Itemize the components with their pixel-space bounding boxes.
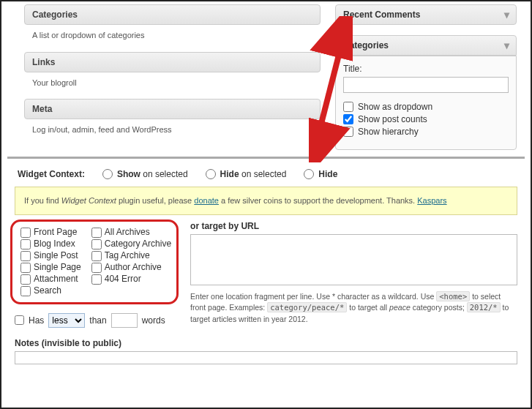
widget-title: Categories <box>343 40 389 50</box>
target-checkbox[interactable] <box>20 251 31 261</box>
available-widget-meta[interactable]: Meta Log in/out, admin, feed and WordPre… <box>6 99 321 136</box>
notes-label: Notes (invisible to public) <box>15 338 517 348</box>
mode-radio[interactable] <box>304 169 314 179</box>
target-checkbox[interactable] <box>91 228 102 238</box>
label: words <box>142 315 165 326</box>
widget-context-heading: Widget Context: <box>18 169 85 179</box>
target-blog-index[interactable]: Blog Index <box>20 239 81 249</box>
donate-link[interactable]: donate <box>194 196 219 205</box>
target-checkbox[interactable] <box>91 263 102 273</box>
target-attachment[interactable]: Attachment <box>20 274 81 285</box>
mode-show-on-selected[interactable]: Show on selected <box>102 169 188 179</box>
url-target-textarea[interactable] <box>190 234 517 285</box>
target-label: Search <box>34 285 61 296</box>
label: Has <box>29 315 44 326</box>
checkbox-label: Show as dropdown <box>358 102 432 112</box>
page-targets-group: Front PageBlog IndexSingle PostSingle Pa… <box>15 221 177 303</box>
chevron-down-icon[interactable]: ▾ <box>498 7 514 23</box>
target-label: Attachment <box>34 274 78 284</box>
target-single-post[interactable]: Single Post <box>20 250 81 261</box>
available-widgets-column: Categories A list or dropdown of categor… <box>6 4 321 150</box>
target-label: Author Archive <box>105 262 162 272</box>
target-search[interactable]: Search <box>20 285 81 296</box>
title-label: Title: <box>343 64 362 74</box>
word-count-filter: Has lessmore than words <box>15 313 177 328</box>
widget-description: A list or dropdown of categories <box>6 25 321 42</box>
title-input[interactable] <box>343 77 509 93</box>
widget-context-panel: Widget Context: Show on selected Hide on… <box>7 157 525 372</box>
author-link[interactable]: Kaspars <box>417 196 446 205</box>
target-checkbox[interactable] <box>20 274 31 285</box>
has-words-checkbox[interactable] <box>15 315 24 325</box>
target-label: All Archives <box>105 227 150 237</box>
target-author-archive[interactable]: Author Archive <box>91 262 171 273</box>
word-compare-select[interactable]: lessmore <box>48 313 85 328</box>
widget-description: Your blogroll <box>6 72 321 89</box>
target-label: Single Post <box>34 250 78 260</box>
mode-hide[interactable]: Hide <box>304 169 337 179</box>
target-single-page[interactable]: Single Page <box>20 262 81 273</box>
chevron-down-icon[interactable]: ▾ <box>498 37 514 53</box>
target-checkbox[interactable] <box>20 286 31 296</box>
widget-description: Log in/out, admin, feed and WordPress <box>6 119 321 136</box>
target-label: 404 Error <box>105 274 141 284</box>
available-widget-links[interactable]: Links Your blogroll <box>6 52 321 89</box>
mode-hide-on-selected[interactable]: Hide on selected <box>206 169 287 179</box>
mode-radio[interactable] <box>102 169 113 179</box>
target-checkbox[interactable] <box>91 251 102 261</box>
sidebar-widget-categories-body: Title: Show as dropdown Show post counts… <box>335 56 517 150</box>
target-label: Category Archive <box>105 239 171 249</box>
target-checkbox[interactable] <box>91 239 102 249</box>
mode-radio[interactable] <box>206 169 216 179</box>
available-widget-categories[interactable]: Categories A list or dropdown of categor… <box>6 4 321 42</box>
sidebar-widgets-column: Recent Comments ▾ Categories ▾ Title: Sh… <box>335 4 517 150</box>
torn-edge-decoration <box>1 396 531 408</box>
widget-title: Recent Comments <box>343 10 420 20</box>
target-category-archive[interactable]: Category Archive <box>91 239 171 249</box>
target-label: Front Page <box>34 227 77 237</box>
label: than <box>89 315 106 326</box>
target-label: Tag Archive <box>105 250 150 260</box>
target-checkbox[interactable] <box>20 228 31 238</box>
sidebar-widget-recent-comments[interactable]: Recent Comments ▾ <box>335 4 517 25</box>
target-404-error[interactable]: 404 Error <box>91 274 171 285</box>
show-hierarchy-checkbox[interactable] <box>343 127 353 137</box>
donate-notice: If you find Widget Context plugin useful… <box>15 187 517 215</box>
widget-title: Links <box>24 52 321 72</box>
target-label: Blog Index <box>34 239 75 249</box>
show-post-counts-checkbox[interactable] <box>343 114 353 124</box>
widget-title: Categories <box>24 4 321 25</box>
url-target-label: or target by URL <box>190 221 517 231</box>
target-checkbox[interactable] <box>20 239 31 249</box>
target-front-page[interactable]: Front Page <box>20 227 81 238</box>
show-as-dropdown-checkbox[interactable] <box>343 102 353 112</box>
target-all-archives[interactable]: All Archives <box>91 227 171 238</box>
target-tag-archive[interactable]: Tag Archive <box>91 250 171 261</box>
target-checkbox[interactable] <box>20 263 31 273</box>
notes-textarea[interactable] <box>15 351 517 364</box>
widget-title: Meta <box>24 99 321 119</box>
checkbox-label: Show hierarchy <box>358 127 419 137</box>
sidebar-widget-categories-header[interactable]: Categories ▾ <box>335 35 517 56</box>
word-count-input[interactable] <box>111 313 138 328</box>
checkbox-label: Show post counts <box>358 114 427 124</box>
target-label: Single Page <box>34 262 81 272</box>
url-help-text: Enter one location fragment per line. Us… <box>190 291 517 326</box>
target-checkbox[interactable] <box>91 274 102 285</box>
